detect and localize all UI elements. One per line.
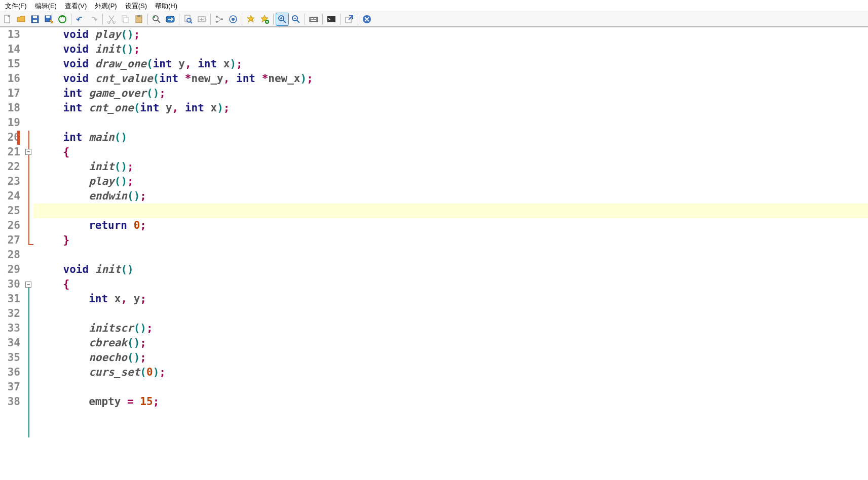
svg-rect-10 (124, 17, 128, 23)
line-number: 34 (0, 336, 20, 350)
external-icon[interactable] (343, 13, 356, 26)
line-number: 17 (0, 86, 20, 101)
line-number-gutter: 13 14 15 16 17 18 19 20 21 22 23 24 25 2… (0, 27, 24, 480)
line-number: 28 (0, 248, 20, 262)
zoom-out-icon[interactable] (289, 13, 303, 26)
save-icon[interactable] (28, 13, 42, 26)
line-number: 19 (0, 115, 20, 130)
line-number: 16 (0, 71, 20, 86)
code-line (33, 306, 868, 321)
redo-icon[interactable] (87, 13, 100, 26)
line-number: 37 (0, 380, 20, 394)
refresh-icon[interactable] (56, 13, 69, 26)
line-number: 27 (0, 233, 20, 248)
code-line: { (33, 277, 868, 292)
code-line (33, 115, 868, 130)
save-as-icon[interactable] (42, 13, 55, 26)
bracket-match-marker (17, 131, 20, 145)
svg-rect-29 (312, 18, 313, 19)
code-line: return 0; (33, 218, 868, 233)
bookmark-icon[interactable] (244, 13, 257, 26)
editor-area[interactable]: 13 14 15 16 17 18 19 20 21 22 23 24 25 2… (0, 27, 868, 480)
bookmark-add-icon[interactable] (258, 13, 271, 26)
line-number: 14 (0, 42, 20, 57)
menu-set[interactable]: 设置(S) (121, 1, 151, 12)
code-line: void init() (33, 262, 868, 277)
line-number: 32 (0, 306, 20, 321)
svg-rect-2 (33, 16, 37, 18)
fold-column: − − (24, 27, 33, 480)
fold-line (28, 131, 29, 245)
fold-end (28, 244, 33, 245)
menu-file[interactable]: 文件(F) (1, 1, 31, 12)
code-line: int cnt_one(int y, int x); (33, 101, 868, 115)
close-icon[interactable] (360, 13, 373, 26)
code-line: int game_over(); (33, 86, 868, 101)
copy-icon[interactable] (119, 13, 132, 26)
toolbar (0, 12, 868, 27)
svg-rect-5 (46, 16, 50, 18)
code-line (33, 380, 868, 394)
svg-point-20 (216, 21, 218, 23)
line-number: 22 (0, 159, 20, 174)
svg-rect-12 (137, 15, 140, 17)
undo-icon[interactable] (73, 13, 87, 26)
code-line: void draw_one(int y, int x); (33, 57, 868, 71)
code-line (33, 248, 868, 262)
svg-point-21 (221, 18, 223, 20)
find-in-files-icon[interactable] (181, 13, 195, 26)
symbol-icon[interactable] (227, 13, 240, 26)
svg-rect-3 (33, 20, 37, 22)
svg-rect-30 (314, 18, 315, 19)
fold-toggle-icon[interactable]: − (25, 282, 31, 288)
find-icon[interactable] (150, 13, 163, 26)
line-number: 31 (0, 292, 20, 306)
menu-bar: 文件(F) 编辑(E) 查看(V) 外观(P) 设置(S) 帮助(H) (0, 0, 868, 12)
svg-rect-27 (310, 17, 318, 22)
code-line: noecho(); (33, 350, 868, 365)
line-number: 15 (0, 57, 20, 71)
code-line: curs_set(0); (33, 365, 868, 380)
line-number: 36 (0, 365, 20, 380)
code-line: void cnt_value(int *new_y, int *new_x); (33, 71, 868, 86)
code-line: int x, y; (33, 292, 868, 306)
svg-point-6 (59, 16, 66, 23)
line-number: 18 (0, 101, 20, 115)
code-line: play(); (33, 174, 868, 189)
line-number: 33 (0, 321, 20, 336)
keyboard-icon[interactable] (307, 13, 320, 26)
line-number: 35 (0, 350, 20, 365)
code-area[interactable]: void play(); void init(); void draw_one(… (33, 27, 868, 480)
paste-icon[interactable] (132, 13, 145, 26)
line-number: 13 (0, 27, 20, 42)
replace-icon[interactable] (164, 13, 177, 26)
toggle-wrap-icon[interactable] (195, 13, 208, 26)
line-number: 23 (0, 174, 20, 189)
menu-edit[interactable]: 编辑(E) (31, 1, 61, 12)
tree-icon[interactable] (213, 13, 226, 26)
line-number: 26 (0, 218, 20, 233)
svg-point-23 (232, 18, 235, 21)
new-file-icon[interactable] (1, 13, 14, 26)
menu-appear[interactable]: 外观(P) (91, 1, 121, 12)
cut-icon[interactable] (105, 13, 118, 26)
svg-rect-31 (315, 18, 316, 19)
line-number: 25 (0, 204, 20, 218)
fold-toggle-icon[interactable]: − (25, 149, 31, 155)
code-line: init(); (33, 159, 868, 174)
line-number: 21 (0, 145, 20, 159)
code-line-current (33, 204, 868, 218)
code-line: } (33, 233, 868, 248)
line-number: 30 (0, 277, 20, 292)
menu-help[interactable]: 帮助(H) (151, 1, 181, 12)
code-line: void play(); (33, 27, 868, 42)
terminal-icon[interactable] (325, 13, 338, 26)
code-line: int main() (33, 130, 868, 145)
zoom-in-icon[interactable] (276, 13, 289, 26)
code-line: endwin(); (33, 189, 868, 204)
open-file-icon[interactable] (15, 13, 28, 26)
svg-rect-11 (136, 16, 142, 23)
menu-view[interactable]: 查看(V) (61, 1, 91, 12)
svg-rect-28 (311, 18, 312, 19)
code-line: empty = 15; (33, 394, 868, 409)
